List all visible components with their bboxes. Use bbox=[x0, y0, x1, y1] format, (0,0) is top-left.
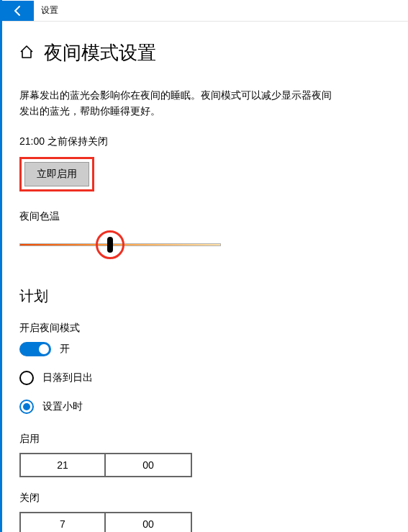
radio-set-hours[interactable] bbox=[19, 400, 34, 414]
back-button[interactable] bbox=[2, 1, 34, 21]
back-arrow-icon bbox=[12, 5, 24, 17]
page-header: 夜间模式设置 bbox=[19, 40, 391, 66]
slider-track bbox=[19, 243, 221, 246]
home-icon bbox=[19, 45, 34, 61]
page-title: 夜间模式设置 bbox=[44, 40, 156, 66]
titlebar-label: 设置 bbox=[34, 4, 58, 17]
status-text: 21:00 之前保持关闭 bbox=[19, 135, 391, 148]
schedule-toggle-label: 开启夜间模式 bbox=[19, 322, 391, 335]
titlebar: 设置 bbox=[2, 0, 408, 22]
schedule-heading: 计划 bbox=[19, 287, 391, 306]
description-text: 屏幕发出的蓝光会影响你在夜间的睡眠。夜间模式可以减少显示器夜间发出的蓝光，帮助你… bbox=[19, 87, 336, 120]
radio-sunset-label: 日落到日出 bbox=[42, 371, 93, 384]
turn-off-hour[interactable]: 7 bbox=[19, 512, 106, 532]
enable-now-button[interactable]: 立即启用 bbox=[24, 162, 89, 186]
radio-sunset[interactable] bbox=[19, 371, 34, 385]
content-area: 夜间模式设置 屏幕发出的蓝光会影响你在夜间的睡眠。夜间模式可以减少显示器夜间发出… bbox=[2, 22, 408, 532]
radio-hours-label: 设置小时 bbox=[42, 400, 83, 413]
schedule-toggle-row: 开 bbox=[19, 342, 391, 356]
toggle-knob bbox=[39, 344, 49, 354]
turn-off-minute[interactable]: 00 bbox=[106, 512, 192, 532]
enable-button-highlight: 立即启用 bbox=[19, 157, 94, 191]
turn-on-time-picker: 21 00 bbox=[19, 453, 391, 477]
turn-on-minute[interactable]: 00 bbox=[106, 453, 192, 477]
color-temp-label: 夜间色温 bbox=[19, 210, 391, 223]
schedule-toggle[interactable] bbox=[19, 342, 51, 356]
turn-on-hour[interactable]: 21 bbox=[19, 453, 106, 477]
color-temp-slider[interactable] bbox=[19, 235, 221, 263]
turn-off-time-picker: 7 00 bbox=[19, 512, 391, 532]
toggle-state-text: 开 bbox=[60, 343, 70, 356]
radio-row-sunset[interactable]: 日落到日出 bbox=[19, 371, 391, 385]
radio-row-hours[interactable]: 设置小时 bbox=[19, 400, 391, 414]
slider-thumb[interactable] bbox=[107, 237, 113, 253]
turn-on-label: 启用 bbox=[19, 433, 391, 446]
turn-off-label: 关闭 bbox=[19, 492, 391, 505]
